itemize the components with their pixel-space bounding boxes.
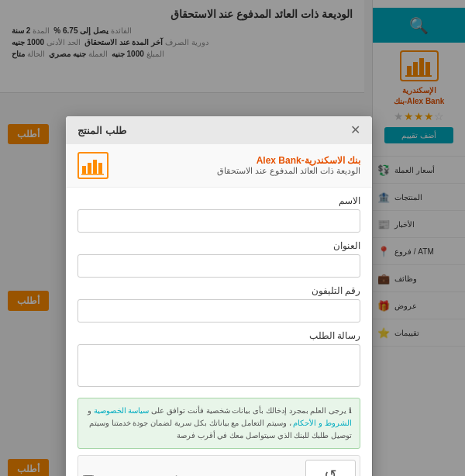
svg-rect-5: [82, 166, 86, 174]
modal-bank-info: بنك الاسكندرية-Alex Bank الوديعة ذات الع…: [217, 155, 360, 176]
modal-close-button[interactable]: ✕: [350, 124, 360, 136]
privacy-note: ℹ يرجى العلم بمجرد إدخالك بأى بيانات شخص…: [78, 398, 360, 449]
modal-title: طلب المنتج: [78, 125, 126, 136]
name-label: الاسم: [78, 195, 360, 206]
privacy-text-2: و: [88, 406, 91, 415]
address-input[interactable]: [78, 254, 360, 278]
privacy-link-policy[interactable]: سياسة الخصوصية: [94, 406, 150, 415]
privacy-link-terms[interactable]: الشروط و الأحكام: [293, 419, 352, 427]
message-label: رسالة الطلب: [78, 330, 360, 341]
modal-body: الاسم العنوان رقم التليفون رسالة الطلب ℹ…: [66, 188, 372, 476]
privacy-text-1: يرجى العلم بمجرد إدخالك بأى بيانات شخصية…: [149, 406, 346, 415]
svg-rect-8: [98, 163, 102, 174]
product-request-modal: ✕ طلب المنتج بنك الاسكندرية-Alex Bank ال…: [66, 116, 372, 476]
message-textarea[interactable]: [78, 344, 360, 387]
modal-bank-name: بنك الاسكندرية-Alex Bank: [217, 155, 360, 166]
phone-label: رقم التليفون: [78, 285, 360, 296]
name-field-group: الاسم: [78, 195, 360, 233]
svg-rect-6: [88, 163, 91, 174]
modal-bank-row: بنك الاسكندرية-Alex Bank الوديعة ذات الع…: [66, 144, 372, 188]
phone-field-group: رقم التليفون: [78, 285, 360, 323]
recaptcha-icon: ↺: [324, 466, 337, 477]
svg-rect-7: [93, 160, 97, 174]
modal-bank-logo: [78, 152, 108, 179]
phone-input[interactable]: [78, 299, 360, 323]
captcha-box: ↺ reCAPTCHA Privacy - Terms: [305, 460, 356, 476]
modal-bank-logo-svg: [81, 156, 105, 176]
address-label: العنوان: [78, 240, 360, 251]
name-input[interactable]: [78, 209, 360, 233]
message-field-group: رسالة الطلب: [78, 330, 360, 390]
modal-bank-product: الوديعة ذات العائد المدفوع عند الاستحقاق: [217, 166, 360, 176]
captcha-row: ↺ reCAPTCHA Privacy - Terms أنا لست برنا…: [78, 455, 360, 476]
modal-header: ✕ طلب المنتج: [66, 116, 372, 144]
address-field-group: العنوان: [78, 240, 360, 278]
